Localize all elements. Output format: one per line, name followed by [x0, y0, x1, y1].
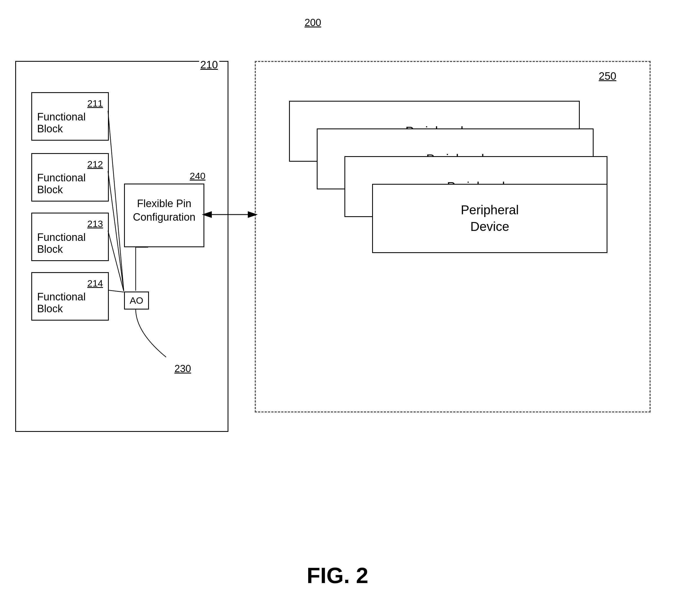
label-240: 240 [189, 170, 206, 181]
peripheral-stack: Peripheral Peripheral Peripheral Periphe… [289, 101, 616, 372]
fb-text-212: Functional Block [37, 172, 103, 196]
fb-text-214: Functional Block [37, 291, 103, 315]
fpc-text: Flexible PinConfiguration [129, 197, 199, 224]
fb-text-211: Functional Block [37, 111, 103, 135]
fig-label: FIG. 2 [307, 563, 368, 588]
box-240: 240 Flexible PinConfiguration [124, 183, 204, 247]
functional-block-213: 213 Functional Block [31, 213, 109, 261]
functional-block-211: 211 Functional Block [31, 92, 109, 141]
label-250: 250 [599, 70, 616, 82]
label-210: 210 [199, 59, 219, 71]
functional-block-214: 214 Functional Block [31, 272, 109, 321]
title-200: 200 [305, 17, 321, 28]
fb-text-213: Functional Block [37, 231, 103, 255]
label-230: 230 [174, 363, 191, 375]
ref-213: 213 [37, 218, 103, 229]
ref-211: 211 [37, 98, 103, 109]
box-250: 250 Peripheral Peripheral Peripheral Per… [255, 61, 651, 412]
ref-212: 212 [37, 159, 103, 170]
periph-label-4: PeripheralDevice [461, 202, 519, 235]
diagram: 200 210 211 Functional Block 212 Functio… [0, 0, 675, 616]
box-210: 210 211 Functional Block 212 Functional … [15, 61, 228, 432]
ref-214: 214 [37, 278, 103, 289]
peripheral-box-4: PeripheralDevice [372, 184, 607, 253]
ao-label: AO [130, 295, 143, 306]
functional-block-212: 212 Functional Block [31, 153, 109, 202]
ao-box: AO [124, 292, 149, 310]
